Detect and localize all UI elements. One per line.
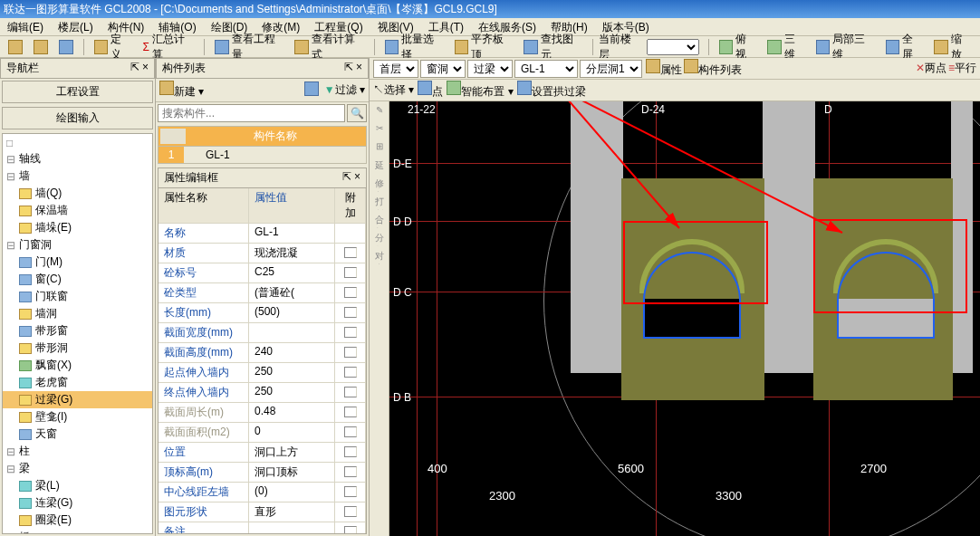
floor-select[interactable] [647, 39, 699, 55]
property-row[interactable]: 中心线距左墙(0) [159, 483, 366, 502]
complist-title: 构件列表⇱ × [156, 58, 369, 79]
complist-button[interactable]: 构件列表 [684, 59, 742, 78]
drawing-canvas[interactable]: 21-22 D-24 D D-E D D D C D B 400 2300 56… [389, 101, 980, 536]
paste-button[interactable] [29, 38, 53, 56]
property-grid: 属性名称属性值附加名称GL-1材质现浇混凝砼标号C25砼类型(普通砼(长度(mm… [159, 188, 366, 533]
tree-node[interactable]: ⊟ 轴线 [3, 150, 152, 168]
tree-node[interactable]: 过梁(G) [3, 391, 152, 408]
side-tool[interactable]: ✎ [372, 105, 387, 120]
side-tool[interactable]: 合并 [372, 214, 387, 228]
type-combo[interactable]: 过梁 [467, 60, 513, 78]
copy-button[interactable] [4, 38, 27, 56]
view-toolbar-2: ↖选择 ▾ 点 智能布置 ▾ 设置拱过梁 [370, 80, 980, 101]
highlight-box [813, 219, 967, 313]
side-tool[interactable]: ✂ [372, 123, 387, 138]
tree-node[interactable]: ⊟ 梁 [3, 460, 152, 477]
tree-node[interactable]: 天窗 [3, 426, 152, 443]
view-side-tools: ✎✂⊞延伸修剪打断合并分割对齐 [370, 101, 389, 536]
tree-node[interactable]: 壁龛(I) [3, 408, 152, 426]
parallel-button[interactable]: ≡平行 [948, 61, 976, 76]
project-settings-button[interactable]: 工程设置 [2, 81, 153, 103]
property-row[interactable]: 终点伸入墙内250 [159, 383, 366, 403]
nav-tree: □⊟ 轴线⊟ 墙 墙(Q) 保温墙 墙垛(E)⊟ 门窗洞 门(M) 窗(C) 门… [2, 133, 153, 534]
property-row[interactable]: 位置洞口上方 [159, 443, 366, 463]
tree-node[interactable]: 梁(L) [3, 477, 152, 494]
tree-node[interactable]: 连梁(G) [3, 494, 152, 512]
side-tool[interactable]: ⊞ [372, 141, 387, 156]
property-row[interactable]: 图元形状直形 [159, 502, 366, 522]
pin-icon[interactable]: ⇱ × [130, 61, 149, 76]
search-button[interactable]: 🔍 [347, 104, 367, 122]
draw-input-button[interactable]: 绘图输入 [2, 107, 153, 129]
tree-node[interactable]: ⊟ 板 [3, 529, 152, 534]
side-tool[interactable]: 延伸 [372, 159, 387, 174]
tree-node[interactable]: 保温墙 [3, 202, 152, 219]
property-row[interactable]: 长度(mm)(500) [159, 303, 366, 323]
select-tool-button[interactable]: ↖选择 ▾ [373, 82, 414, 98]
tree-node[interactable]: 墙垛(E) [3, 219, 152, 236]
property-row[interactable]: 顶标高(m)洞口顶标 [159, 463, 366, 483]
property-row[interactable]: 砼标号C25 [159, 263, 366, 283]
point-tool-button[interactable]: 点 [418, 81, 443, 100]
smart-layout-button[interactable]: 智能布置 ▾ [447, 81, 513, 100]
tree-node[interactable]: ⊟ 柱 [3, 443, 152, 460]
arch-beam-button[interactable]: 设置拱过梁 [517, 81, 586, 100]
property-row[interactable]: 砼类型(普通砼( [159, 283, 366, 303]
main-toolbar: 定义 Σ汇总计算 查看工程量 查看计算式 批量选择 平齐板顶 查找图元 当前楼层… [0, 36, 980, 58]
new-component-button[interactable]: 新建 ▾ [159, 81, 204, 100]
property-row[interactable]: 备注 [159, 522, 366, 533]
nav-panel-title: 导航栏⇱ × [0, 58, 155, 79]
sort-button[interactable] [304, 81, 319, 99]
side-tool[interactable]: 修剪 [372, 177, 387, 192]
attr-button[interactable]: 属性 [646, 59, 682, 78]
property-row[interactable]: 材质现浇混凝 [159, 244, 366, 263]
tree-node[interactable]: ⊟ 墙 [3, 168, 152, 185]
tree-node[interactable]: 门联窗 [3, 288, 152, 305]
property-row[interactable]: 截面周长(m)0.48 [159, 403, 366, 423]
close-icon[interactable]: ⇱ × [344, 61, 362, 76]
tree-node[interactable]: 墙(Q) [3, 185, 152, 202]
view-toolbar-1: 首层 窗洞 过梁 GL-1 分层洞1 属性 构件列表 ✕两点 ≡平行 [370, 58, 980, 80]
tree-node[interactable]: 带形洞 [3, 340, 152, 357]
tree-node[interactable]: 门(M) [3, 254, 152, 271]
property-row[interactable]: 截面面积(m2)0 [159, 423, 366, 443]
category-combo[interactable]: 窗洞 [420, 60, 466, 78]
undo-button[interactable] [54, 38, 78, 56]
layer-combo[interactable]: 分层洞1 [580, 60, 642, 78]
floor-combo[interactable]: 首层 [373, 60, 418, 78]
component-table: 构件名称 1 GL-1 [158, 126, 367, 164]
menu-item[interactable]: 编辑(E) [0, 18, 51, 35]
property-row[interactable]: 截面宽度(mm) [159, 323, 366, 343]
property-row[interactable]: 起点伸入墙内250 [159, 363, 366, 383]
filter-button[interactable]: ▼过滤 ▾ [324, 82, 365, 98]
tree-node[interactable]: 带形窗 [3, 322, 152, 340]
close-icon[interactable]: ⇱ × [342, 170, 360, 186]
property-row[interactable]: 名称GL-1 [159, 224, 366, 244]
tree-node[interactable]: 圈梁(E) [3, 512, 152, 529]
search-input[interactable] [158, 104, 345, 122]
tree-node[interactable]: 飘窗(X) [3, 357, 152, 374]
tree-node[interactable]: 墙洞 [3, 305, 152, 322]
table-row[interactable]: 1 GL-1 [159, 146, 366, 163]
side-tool[interactable]: 对齐 [372, 250, 387, 264]
tree-node[interactable]: 窗(C) [3, 271, 152, 288]
side-tool[interactable]: 分割 [372, 232, 387, 246]
property-panel-title: 属性编辑框⇱ × [159, 168, 366, 188]
tree-node[interactable]: 老虎窗 [3, 374, 152, 391]
two-point-button[interactable]: ✕两点 [916, 61, 946, 76]
side-tool[interactable]: 打断 [372, 196, 387, 210]
component-combo[interactable]: GL-1 [514, 60, 578, 78]
property-row[interactable]: 截面高度(mm)240 [159, 343, 366, 363]
tree-node[interactable]: ⊟ 门窗洞 [3, 236, 152, 254]
app-titlebar: 联达一图形算量软件 GCL2008 - [C:\Documents and Se… [0, 0, 980, 18]
highlight-box [623, 221, 768, 304]
